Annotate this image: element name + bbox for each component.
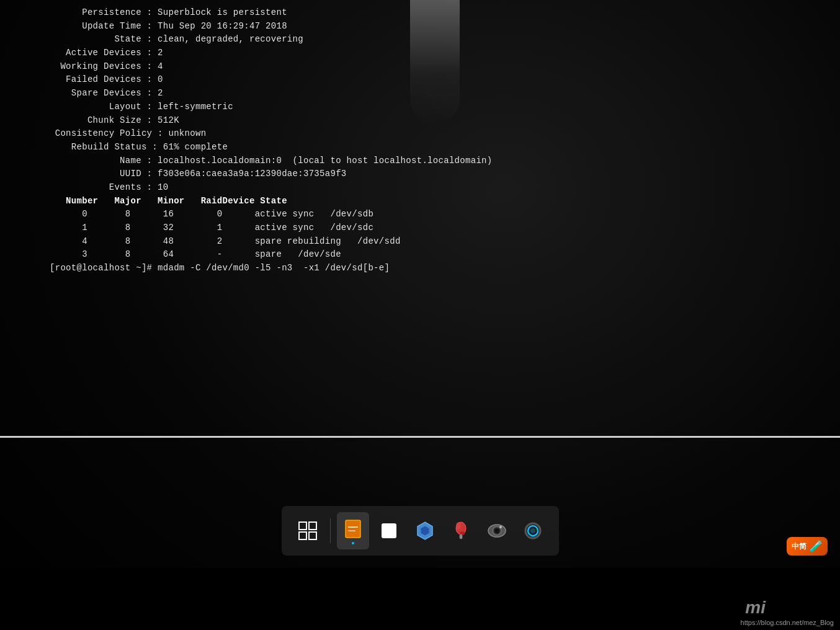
terminal-line: 3 8 64 - spare /dev/sde: [50, 248, 790, 262]
terminal: Persistence : Superblock is persistent U…: [50, 0, 790, 432]
svg-marker-10: [421, 526, 429, 536]
terminal-line: Failed Devices : 0: [50, 73, 790, 87]
terminal-line: UUID : f303e06a:caea3a9a:12390dae:3735a9…: [50, 167, 790, 181]
separator-line: [0, 436, 840, 438]
active-dot: [352, 542, 354, 544]
taskbar-divider-1: [330, 518, 331, 543]
svg-point-18: [499, 526, 502, 528]
svg-rect-14: [460, 535, 462, 539]
input-indicator: 中简 🧪: [787, 537, 828, 556]
terminal-line: [root@localhost ~]# mdadm -C /dev/md0 -l…: [50, 262, 790, 275]
terminal-line: Spare Devices : 2: [50, 87, 790, 100]
svg-rect-5: [346, 520, 360, 538]
screen-area: Persistence : Superblock is persistent U…: [0, 0, 840, 630]
terminal-line: Layout : left-symmetric: [50, 100, 790, 114]
terminal-line: Number Major Minor RaidDevice State: [50, 195, 790, 208]
svg-rect-6: [348, 526, 358, 528]
watermark: https://blog.csdn.net/mez_Blog: [741, 619, 834, 626]
svg-rect-7: [348, 530, 355, 531]
terminal-line: 4 8 48 2 spare rebuilding /dev/sdd: [50, 235, 790, 249]
taskbar-container: [0, 494, 840, 568]
terminal-line: Chunk Size : 512K: [50, 114, 790, 128]
svg-rect-0: [299, 522, 306, 530]
hex-taskbar-icon[interactable]: [409, 512, 441, 549]
zh-text: 中简: [792, 541, 806, 552]
search-taskbar-icon[interactable]: [517, 512, 549, 549]
terminal-line: Consistency Policy : unknown: [50, 127, 790, 141]
terminal-line: Rebuild Status : 61% complete: [50, 141, 790, 154]
svg-point-21: [530, 528, 535, 533]
grid-taskbar-icon[interactable]: [292, 512, 324, 549]
terminal-line: Name : localhost.localdomain:0 (local to…: [50, 154, 790, 168]
square-taskbar-icon[interactable]: [373, 512, 405, 549]
terminal-line: Events : 10: [50, 181, 790, 195]
svg-point-17: [494, 528, 499, 533]
terminal-line: Update Time : Thu Sep 20 16:29:47 2018: [50, 20, 790, 33]
bottle-icon: 🧪: [809, 539, 823, 553]
svg-rect-2: [299, 532, 306, 539]
bottom-bar: mi: [0, 568, 840, 630]
brush-taskbar-icon[interactable]: [445, 512, 477, 549]
terminal-line: Active Devices : 2: [50, 47, 790, 60]
files-taskbar-icon[interactable]: [337, 512, 369, 549]
terminal-line: Working Devices : 4: [50, 60, 790, 74]
terminal-line: 1 8 32 1 active sync /dev/sdc: [50, 221, 790, 235]
svg-rect-8: [382, 523, 396, 538]
svg-point-12: [456, 522, 461, 530]
terminal-line: Persistence : Superblock is persistent: [50, 6, 790, 20]
terminal-line: State : clean, degraded, recovering: [50, 33, 790, 47]
camera-taskbar-icon[interactable]: [481, 512, 513, 549]
svg-rect-1: [309, 522, 316, 530]
mi-logo: mi: [745, 598, 766, 618]
terminal-line: 0 8 16 0 active sync /dev/sdb: [50, 208, 790, 221]
svg-rect-3: [309, 532, 316, 539]
taskbar: [282, 506, 559, 556]
